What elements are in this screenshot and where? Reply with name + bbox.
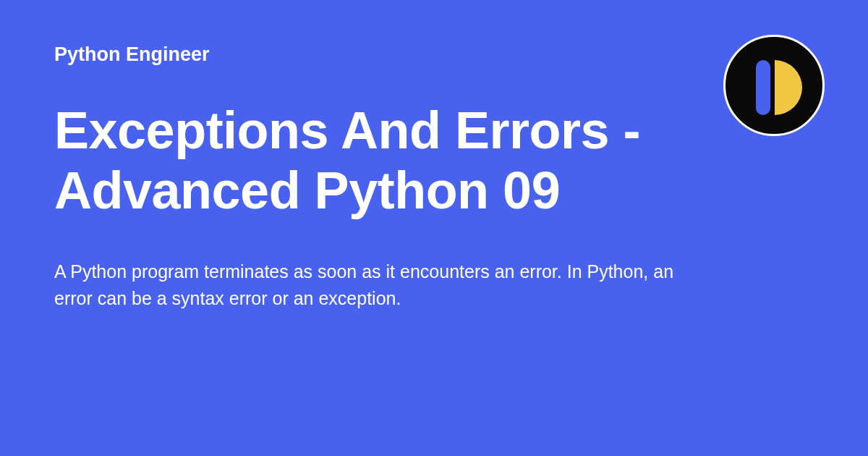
page-description: A Python program terminates as soon as i… — [54, 258, 684, 313]
logo-inner — [726, 37, 822, 134]
logo-circle — [723, 35, 825, 136]
site-name: Python Engineer — [54, 43, 814, 66]
brand-logo — [723, 35, 825, 136]
card-container: Python Engineer Exceptions And Errors - … — [0, 0, 868, 456]
logo-d-icon — [775, 60, 802, 115]
logo-bar-icon — [756, 60, 770, 115]
page-title: Exceptions And Errors - Advanced Python … — [54, 101, 705, 221]
